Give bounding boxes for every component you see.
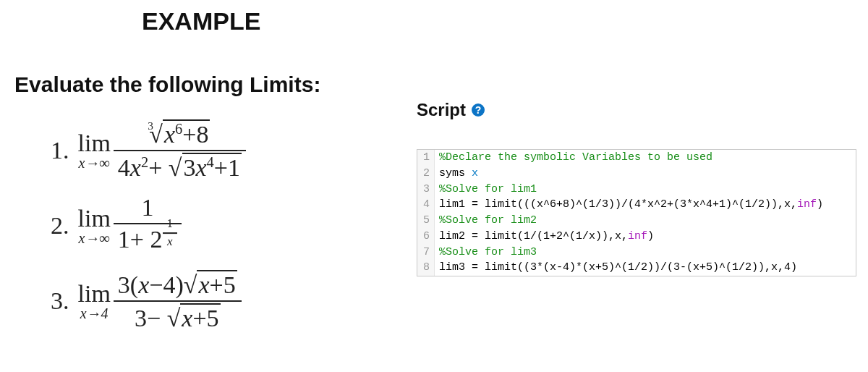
line-number: 3 <box>417 182 435 198</box>
code-line[interactable]: 1%Declare the symbolic Variables to be u… <box>417 150 856 166</box>
lim-text: lim <box>78 282 111 306</box>
code-text[interactable]: lim3 = limit((3*(x-4)*(x+5)^(1/2))/(3-(x… <box>435 260 856 276</box>
script-header: Script ? <box>417 100 485 120</box>
exp-denominator: x <box>163 235 177 249</box>
exp-bar <box>163 232 178 234</box>
numerator: 1 <box>137 194 158 221</box>
fraction-bar <box>114 150 246 151</box>
script-label: Script <box>417 100 466 120</box>
code-line[interactable]: 5%Solve for lim2 <box>417 213 856 229</box>
radicand: x+5 <box>180 303 220 331</box>
problem-3: 3. lim x→4 3(x−4)√x+5 3− √x+5 <box>51 270 246 331</box>
code-text[interactable]: %Solve for lim3 <box>435 245 856 261</box>
page-subheading: Evaluate the following Limits: <box>14 72 320 97</box>
problem-index: 1. <box>51 137 69 164</box>
code-line[interactable]: 8lim3 = limit((3*(x-4)*(x+5)^(1/2))/(3-(… <box>417 260 856 276</box>
exp-numerator: 1 <box>163 217 178 231</box>
code-line[interactable]: 4lim1 = limit(((x^6+8)^(1/3))/(4*x^2+(3*… <box>417 197 856 213</box>
denominator: 3− √x+5 <box>130 303 225 331</box>
radicand: 3x4+1 <box>182 153 242 182</box>
radicand: x+5 <box>197 270 237 298</box>
help-icon[interactable]: ? <box>472 103 485 117</box>
code-editor[interactable]: 1%Declare the symbolic Variables to be u… <box>417 149 856 276</box>
code-line[interactable]: 2syms x <box>417 166 856 182</box>
denominator-leading: 1+ 2 <box>118 226 163 253</box>
root-index: 3 <box>148 120 153 132</box>
line-number: 8 <box>417 260 435 276</box>
denominator: 4x2+ √3x4+1 <box>114 153 246 182</box>
code-text[interactable]: %Solve for lim2 <box>435 213 856 229</box>
radicand: x6+8 <box>163 119 210 148</box>
line-number: 1 <box>417 150 435 166</box>
code-line[interactable]: 7%Solve for lim3 <box>417 245 856 261</box>
fraction: 3(x−4)√x+5 3− √x+5 <box>114 270 242 331</box>
code-text[interactable]: %Declare the symbolic Variables to be us… <box>435 150 856 166</box>
problem-list: 1. lim x→∞ 3√x6+8 4x2+ √3x4+1 2. lim x→∞… <box>51 119 246 344</box>
root-symbol: 3√ <box>149 121 163 148</box>
lim-sub: x→∞ <box>79 231 110 245</box>
code-text[interactable]: syms x <box>435 166 856 182</box>
lim-sub: x→∞ <box>79 156 110 170</box>
limit-notation: lim x→∞ <box>78 131 111 170</box>
line-number: 2 <box>417 166 435 182</box>
limit-notation: lim x→4 <box>78 282 111 321</box>
limit-notation: lim x→∞ <box>78 206 111 245</box>
denominator-leading: 4x2+ <box>118 154 169 181</box>
fraction: 3√x6+8 4x2+ √3x4+1 <box>114 119 246 181</box>
problem-index: 2. <box>51 212 69 240</box>
denominator: 1+ 2 1 x <box>114 226 182 257</box>
line-number: 7 <box>417 245 435 261</box>
line-number: 5 <box>417 213 435 229</box>
code-text[interactable]: %Solve for lim1 <box>435 182 856 198</box>
fraction: 1 1+ 2 1 x <box>114 194 182 257</box>
code-text[interactable]: lim1 = limit(((x^6+8)^(1/3))/(4*x^2+(3*x… <box>435 197 856 213</box>
code-text[interactable]: lim2 = limit(1/(1+2^(1/x)),x,inf) <box>435 229 856 245</box>
lim-text: lim <box>78 206 111 231</box>
exponent-fraction: 1 x <box>163 217 178 248</box>
problem-1: 1. lim x→∞ 3√x6+8 4x2+ √3x4+1 <box>51 119 246 181</box>
line-number: 4 <box>417 197 435 213</box>
numerator: 3√x6+8 <box>145 119 214 148</box>
problem-2: 2. lim x→∞ 1 1+ 2 1 x <box>51 194 246 257</box>
page-heading: EXAMPLE <box>142 7 260 35</box>
fraction-bar <box>114 300 242 302</box>
line-number: 6 <box>417 229 435 245</box>
code-line[interactable]: 6lim2 = limit(1/(1+2^(1/x)),x,inf) <box>417 229 856 245</box>
numerator-leading: 3(x−4) <box>118 271 184 298</box>
code-line[interactable]: 3%Solve for lim1 <box>417 182 856 198</box>
problem-index: 3. <box>51 287 69 315</box>
denominator-leading: 3− <box>135 305 167 331</box>
lim-sub: x→4 <box>80 306 109 321</box>
numerator: 3(x−4)√x+5 <box>114 270 242 298</box>
lim-text: lim <box>78 131 111 156</box>
